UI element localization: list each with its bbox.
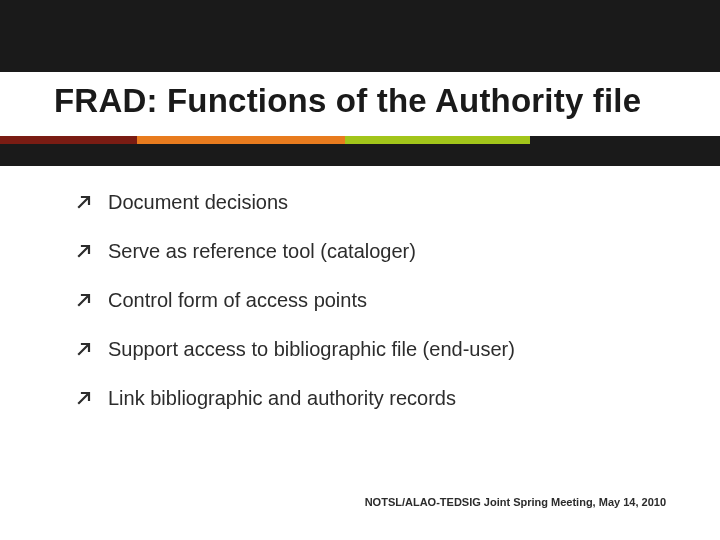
list-item: Link bibliographic and authority records [76, 386, 666, 411]
footer-caption: NOTSL/ALAO-TEDSIG Joint Spring Meeting, … [365, 496, 666, 508]
bullet-text: Control form of access points [108, 288, 367, 313]
title-area: FRAD: Functions of the Authority file [0, 72, 720, 136]
arrow-up-right-icon [76, 194, 94, 212]
bullet-text: Serve as reference tool (cataloger) [108, 239, 416, 264]
arrow-up-right-icon [76, 292, 94, 310]
bullet-text: Document decisions [108, 190, 288, 215]
stripe-segment-green [345, 136, 530, 144]
stripe-segment-orange [137, 136, 345, 144]
list-item: Control form of access points [76, 288, 666, 313]
stripe-bottom-bar [0, 144, 720, 166]
accent-stripe [0, 136, 720, 166]
bullet-list: Document decisions Serve as reference to… [76, 190, 666, 435]
page-title: FRAD: Functions of the Authority file [54, 82, 641, 120]
list-item: Document decisions [76, 190, 666, 215]
list-item: Serve as reference tool (cataloger) [76, 239, 666, 264]
arrow-up-right-icon [76, 390, 94, 408]
bullet-text: Support access to bibliographic file (en… [108, 337, 515, 362]
bullet-text: Link bibliographic and authority records [108, 386, 456, 411]
arrow-up-right-icon [76, 243, 94, 261]
arrow-up-right-icon [76, 341, 94, 359]
header-top-bar [0, 0, 720, 72]
header-band: FRAD: Functions of the Authority file [0, 0, 720, 165]
stripe-segment-maroon [0, 136, 137, 144]
stripe-segment-black [530, 136, 720, 144]
list-item: Support access to bibliographic file (en… [76, 337, 666, 362]
slide-container: FRAD: Functions of the Authority file Do… [0, 0, 720, 540]
